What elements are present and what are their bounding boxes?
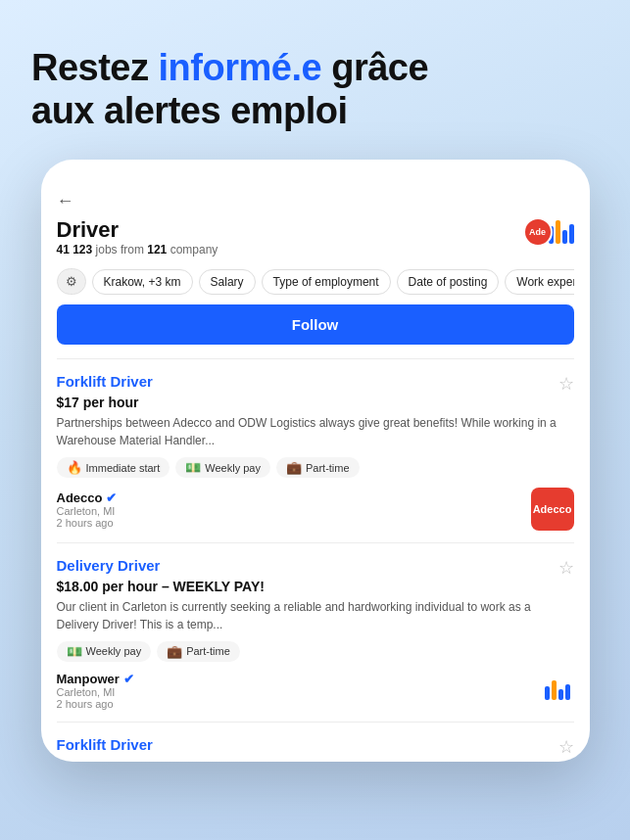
hero-text-highlight: informé.e <box>159 47 322 88</box>
filter-chip-location[interactable]: Krakow, +3 km <box>92 269 193 295</box>
tag-immediate-label: Immediate start <box>86 462 161 474</box>
job-card-2-header: Delivery Driver ☆ <box>57 557 574 579</box>
mbar4 <box>565 684 570 700</box>
verified-icon-2: ✔ <box>123 672 134 686</box>
company-location-2: Carleton, MI <box>57 686 134 698</box>
job-card-2-desc: Our client in Carleton is currently seek… <box>57 599 574 633</box>
filter-icon-button[interactable]: ⚙ <box>57 268 86 295</box>
filter-chip-employment[interactable]: Type of employment <box>262 269 391 295</box>
companies-count: 121 <box>147 243 167 257</box>
tag-immediate-start: 🔥 Immediate start <box>57 457 170 478</box>
briefcase-icon-1: 💼 <box>286 460 302 475</box>
jobs-label: jobs from <box>96 243 144 257</box>
logo-cluster: Ade <box>523 217 574 247</box>
company-time-1: 2 hours ago <box>57 517 118 529</box>
company-name-text-1: Adecco <box>57 490 103 505</box>
job-card-2-tags: 💵 Weekly pay 💼 Part-time <box>57 641 574 662</box>
job-card-2-company-row: Manpower ✔ Carleton, MI 2 hours ago <box>57 672 574 710</box>
company-name-text-2: Manpower <box>57 672 120 686</box>
phone-wrapper: ← Driver 41 123 jobs from 121 company Ad… <box>0 160 630 781</box>
follow-button[interactable]: Follow <box>57 304 574 345</box>
hero-section: Restez informé.e grâce aux alertes emplo… <box>0 0 630 160</box>
job-card-1: Forklift Driver ☆ $17 per hour Partnersh… <box>57 358 574 542</box>
adecco-card-logo: Adecco <box>531 488 574 531</box>
bar2 <box>556 220 560 244</box>
company-info-2: Manpower ✔ Carleton, MI 2 hours ago <box>57 672 134 710</box>
tag-weekly-pay-1: 💵 Weekly pay <box>175 457 270 478</box>
adecco-logo-icon: Ade <box>523 217 553 247</box>
jobs-meta: 41 123 jobs from 121 company <box>57 243 218 257</box>
job-search-title: Driver <box>57 217 218 243</box>
filter-chip-date[interactable]: Date of posting <box>397 269 500 295</box>
company-location-1: Carleton, MI <box>57 505 118 517</box>
partial-card-star[interactable]: ☆ <box>558 736 574 758</box>
money-icon-1: 💵 <box>185 460 201 475</box>
hero-title: Restez informé.e grâce aux alertes emplo… <box>31 47 599 132</box>
job-card-1-tags: 🔥 Immediate start 💵 Weekly pay 💼 Part-ti… <box>57 457 574 478</box>
company-time-2: 2 hours ago <box>57 698 134 710</box>
tag-weekly-pay-label-2: Weekly pay <box>86 645 142 657</box>
verified-icon-1: ✔ <box>106 490 117 505</box>
mbar3 <box>558 689 563 700</box>
manpower-card-logo <box>537 677 574 704</box>
job-card-2: Delivery Driver ☆ $18.00 per hour – WEEK… <box>57 542 574 722</box>
job-card-1-desc: Partnerships between Adecco and ODW Logi… <box>57 415 574 449</box>
jobs-count: 41 123 <box>57 243 93 257</box>
job-card-1-salary: $17 per hour <box>57 395 574 410</box>
tag-part-time-2: 💼 Part-time <box>157 641 240 662</box>
tag-part-time-label-2: Part-time <box>186 645 230 657</box>
filter-row: ⚙ Krakow, +3 km Salary Type of employmen… <box>57 268 574 295</box>
fire-icon: 🔥 <box>67 460 82 475</box>
job-card-2-star[interactable]: ☆ <box>558 557 574 579</box>
tag-part-time-label-1: Part-time <box>306 462 350 474</box>
company-name-1: Adecco ✔ <box>57 490 118 505</box>
manpower-bars-icon <box>545 680 570 700</box>
job-card-1-title[interactable]: Forklift Driver <box>57 373 153 390</box>
partial-card-title[interactable]: Forklift Driver <box>57 736 153 753</box>
hero-text-part2: grâce <box>321 47 428 88</box>
back-arrow[interactable]: ← <box>57 191 574 211</box>
hero-text-line2: aux alertes emploi <box>31 90 348 131</box>
tag-part-time-1: 💼 Part-time <box>276 457 360 478</box>
hero-text-part1: Restez <box>31 47 159 88</box>
job-title-block: Driver 41 123 jobs from 121 company <box>57 217 218 266</box>
bar4 <box>569 224 574 244</box>
companies-label: company <box>170 243 218 257</box>
job-card-2-title[interactable]: Delivery Driver <box>57 557 161 574</box>
mbar2 <box>552 680 557 700</box>
job-card-2-salary: $18.00 per hour – WEEKLY PAY! <box>57 579 574 594</box>
filter-chip-salary[interactable]: Salary <box>199 269 256 295</box>
app-content: ← Driver 41 123 jobs from 121 company Ad… <box>41 179 590 762</box>
tag-weekly-pay-label-1: Weekly pay <box>205 462 261 474</box>
job-card-1-company-row: Adecco ✔ Carleton, MI 2 hours ago Adecco <box>57 488 574 531</box>
partial-card: Forklift Driver ☆ <box>57 722 574 762</box>
job-header: Driver 41 123 jobs from 121 company Ade <box>57 217 574 266</box>
filter-chip-experience[interactable]: Work experie <box>505 269 573 295</box>
mbar1 <box>545 686 550 700</box>
partial-card-header: Forklift Driver ☆ <box>57 736 574 758</box>
job-card-1-star[interactable]: ☆ <box>558 373 574 395</box>
briefcase-icon-2: 💼 <box>167 644 182 659</box>
tag-weekly-pay-2: 💵 Weekly pay <box>57 641 152 662</box>
money-icon-2: 💵 <box>67 644 82 659</box>
company-name-2: Manpower ✔ <box>57 672 134 686</box>
company-info-1: Adecco ✔ Carleton, MI 2 hours ago <box>57 490 118 529</box>
job-card-1-header: Forklift Driver ☆ <box>57 373 574 395</box>
bar3 <box>562 230 567 244</box>
phone-frame: ← Driver 41 123 jobs from 121 company Ad… <box>41 160 590 762</box>
